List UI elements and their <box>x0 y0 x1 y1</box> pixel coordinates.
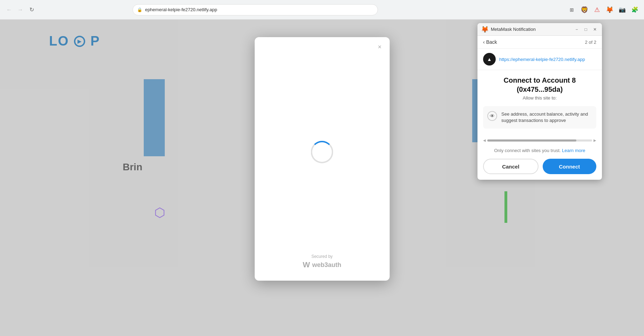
metamask-permission-item: 👁 See address, account balance, activity… <box>483 106 596 129</box>
secured-by-text: Secured by <box>303 254 341 259</box>
back-label: Back <box>486 39 497 45</box>
modal-close-button[interactable]: × <box>375 43 384 51</box>
metamask-scrollbar[interactable] <box>487 139 592 142</box>
back-chevron-icon: ‹ <box>483 39 485 45</box>
metamask-body: Connect to Account 8 (0x475...95da) Allo… <box>477 70 602 138</box>
camera-extension-icon[interactable]: 📷 <box>617 5 627 15</box>
loading-spinner <box>311 141 333 163</box>
metamask-fox-icon: 🦊 <box>481 26 489 33</box>
metamask-title: MetaMask Notification <box>491 27 571 32</box>
loop-logo: LO ▶ P <box>49 34 100 49</box>
scroll-left-icon: ◀ <box>483 138 486 142</box>
metamask-trust-section: Only connect with sites you trust. Learn… <box>483 148 596 153</box>
metamask-connect-button[interactable]: Connect <box>543 159 597 174</box>
bg-green-bar <box>504 191 507 223</box>
alert-extension-icon[interactable]: ⚠ <box>592 5 602 15</box>
loop-play-icon: ▶ <box>74 36 85 47</box>
metamask-minimize-button[interactable]: − <box>573 26 580 33</box>
connect-title-line2: (0x475...95da) <box>517 85 563 93</box>
bg-letter-l <box>144 79 165 156</box>
eye-icon: 👁 <box>487 111 497 121</box>
connect-title-line1: Connect to Account 8 <box>504 76 576 84</box>
metamask-page-counter: 2 of 2 <box>585 40 596 45</box>
forward-button[interactable]: → <box>15 5 25 15</box>
reload-button[interactable]: ↻ <box>27 5 36 15</box>
metamask-allow-text: Allow this site to: <box>483 95 596 101</box>
bg-hex-icon: ⬡ <box>154 205 165 220</box>
metamask-extension-icon[interactable]: 🦊 <box>605 5 615 15</box>
web3auth-modal: × Secured by W web3auth <box>255 37 389 281</box>
address-bar[interactable]: 🔒 ephemeral-kelpie-fe2720.netlify.app <box>133 4 378 15</box>
web3auth-w-letter: W <box>303 260 310 269</box>
metamask-titlebar: 🦊 MetaMask Notification − □ ✕ <box>477 23 602 36</box>
metamask-nav: ‹ Back 2 of 2 <box>477 36 602 49</box>
spinner-container <box>311 141 333 163</box>
back-button[interactable]: ← <box>4 5 14 15</box>
metamask-site-row: ▲ https://ephemeral-kelpie-fe2720.netlif… <box>477 49 602 70</box>
browser-chrome: ← → ↻ 🔒 ephemeral-kelpie-fe2720.netlify.… <box>0 0 644 20</box>
trust-text: Only connect with sites you trust. <box>494 148 561 153</box>
scrollbar-thumb <box>487 139 576 142</box>
metamask-maximize-button[interactable]: □ <box>582 26 589 33</box>
metamask-close-button[interactable]: ✕ <box>591 26 598 33</box>
learn-more-link[interactable]: Learn more <box>562 148 585 153</box>
nav-buttons: ← → ↻ <box>4 5 36 15</box>
main-content: LO ▶ P Brin eth ⬡ × Secured by W web3aut… <box>0 20 644 336</box>
bg-tagline-left: Brin <box>123 162 142 173</box>
metamask-scrollbar-row: ◀ ▶ <box>477 138 602 145</box>
metamask-site-icon: ▲ <box>483 53 496 66</box>
scroll-right-icon: ▶ <box>594 138 596 142</box>
metamask-window: 🦊 MetaMask Notification − □ ✕ ‹ Back 2 o… <box>477 23 602 180</box>
web3auth-brand-name: web3auth <box>312 261 341 269</box>
lock-icon: 🔒 <box>137 7 142 12</box>
grid-extension-icon[interactable]: ⊞ <box>567 5 577 15</box>
secured-by-section: Secured by W web3auth <box>303 254 341 269</box>
metamask-actions: Cancel Connect <box>477 159 602 180</box>
puzzle-extension-icon[interactable]: 🧩 <box>630 5 640 15</box>
brave-extension-icon[interactable]: 🦁 <box>579 5 589 15</box>
web3auth-branding: W web3auth <box>303 260 341 269</box>
metamask-cancel-button[interactable]: Cancel <box>483 159 538 174</box>
metamask-back-button[interactable]: ‹ Back <box>483 39 497 45</box>
metamask-connect-title: Connect to Account 8 (0x475...95da) <box>483 76 596 94</box>
metamask-permission-text: See address, account balance, activity a… <box>501 111 592 124</box>
url-text: ephemeral-kelpie-fe2720.netlify.app <box>145 7 217 12</box>
browser-extensions: ⊞ 🦁 ⚠ 🦊 📷 🧩 <box>567 5 640 15</box>
metamask-site-url: https://ephemeral-kelpie-fe2720.netlify.… <box>499 57 585 62</box>
